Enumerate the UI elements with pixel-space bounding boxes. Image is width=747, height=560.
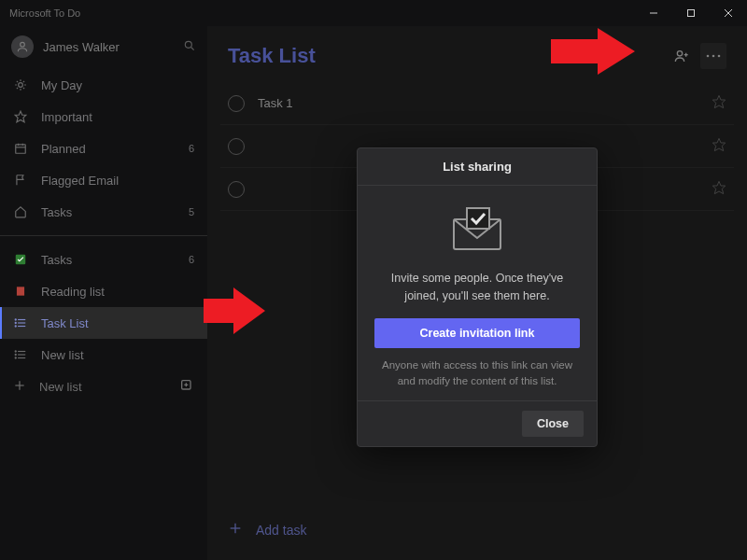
window-controls [635,0,747,26]
more-button[interactable] [700,43,726,69]
sidebar-list-label: Tasks [41,253,72,267]
svg-marker-46 [712,95,725,107]
new-list-row[interactable]: New list [0,371,207,402]
envelope-icon [448,206,506,257]
page-title: Task List [228,44,316,68]
maximize-button[interactable] [672,0,710,26]
svg-rect-22 [17,287,24,295]
minimize-button[interactable] [635,0,672,26]
close-window-button[interactable] [710,0,747,26]
plus-icon [228,521,243,539]
svg-point-26 [15,319,16,320]
plus-icon [13,379,26,395]
svg-marker-16 [15,111,26,122]
new-group-icon[interactable] [179,378,194,396]
sidebar-list-reading[interactable]: Reading list [0,275,207,307]
close-button[interactable]: Close [522,411,584,437]
svg-point-4 [21,42,25,47]
sidebar: James Walker My Day Important Planned 6 … [0,26,207,560]
sidebar-item-label: Flagged Email [41,174,119,188]
sidebar-list-label: Task List [41,316,89,330]
dialog-body-text: Invite some people. Once they've joined,… [374,270,580,305]
svg-point-28 [15,326,16,327]
profile-row[interactable]: James Walker [0,26,207,69]
book-icon [13,284,28,299]
task-row[interactable]: Task 1 [220,82,734,125]
sidebar-item-label: My Day [41,78,82,92]
share-button[interactable] [669,43,695,69]
svg-rect-17 [16,145,26,153]
sidebar-item-flagged-email[interactable]: Flagged Email [0,164,207,196]
svg-point-34 [15,357,16,358]
sidebar-list-tasks[interactable]: Tasks 6 [0,244,207,275]
sidebar-list-label: New list [41,348,84,362]
add-task-row[interactable]: Add task [207,504,747,560]
sidebar-list-newlist[interactable]: New list [0,339,207,371]
sidebar-item-count: 5 [189,206,194,217]
home-icon [13,204,28,219]
task-checkbox[interactable] [228,95,245,112]
sidebar-item-label: Important [41,110,92,124]
sidebar-item-count: 6 [189,143,194,154]
star-icon[interactable] [712,137,726,156]
list-icon [13,315,28,330]
task-checkbox[interactable] [228,181,245,198]
svg-point-32 [15,351,16,352]
dialog-note: Anyone with access to this link can view… [374,357,580,390]
main-pane: Task List Task 1 [207,26,747,560]
sidebar-list-label: Reading list [41,285,105,299]
flag-icon [13,173,28,188]
avatar [11,35,34,58]
svg-point-44 [712,55,715,58]
svg-point-27 [15,322,16,323]
sidebar-list-tasklist[interactable]: Task List [0,307,207,339]
svg-point-43 [707,55,710,58]
svg-point-5 [185,41,191,48]
sidebar-item-label: Tasks [41,205,72,219]
sun-icon [13,77,28,92]
sidebar-divider [0,235,207,236]
svg-line-12 [17,81,18,82]
add-task-label: Add task [256,523,306,538]
svg-line-6 [191,47,194,49]
list-icon [13,347,28,362]
dialog-title: List sharing [358,148,597,186]
svg-rect-1 [688,10,695,17]
star-icon[interactable] [712,180,726,199]
profile-name: James Walker [43,40,120,54]
list-header: Task List [207,26,747,78]
new-list-label: New list [39,380,82,394]
svg-point-33 [15,354,16,355]
check-icon [13,252,28,267]
sidebar-list-count: 6 [189,254,194,265]
svg-point-40 [677,51,682,56]
calendar-icon [13,141,28,156]
window-title: Microsoft To Do [9,7,80,19]
window-titlebar: Microsoft To Do [0,0,747,26]
sidebar-item-tasks[interactable]: Tasks 5 [0,196,207,228]
svg-point-45 [718,55,721,58]
sidebar-item-label: Planned [41,142,86,156]
list-sharing-dialog: List sharing Invite some people. Once th… [357,147,598,447]
create-link-button[interactable]: Create invitation link [374,318,580,348]
svg-line-15 [23,81,24,82]
svg-marker-48 [712,181,725,193]
svg-marker-47 [712,138,725,150]
star-icon[interactable] [712,94,726,113]
star-icon [13,109,28,124]
search-icon[interactable] [183,39,196,55]
svg-point-7 [19,83,23,88]
sidebar-item-planned[interactable]: Planned 6 [0,133,207,164]
task-label: Task 1 [258,96,293,110]
svg-line-13 [23,88,24,89]
sidebar-item-my-day[interactable]: My Day [0,69,207,101]
task-checkbox[interactable] [228,138,245,155]
sidebar-item-important[interactable]: Important [0,101,207,133]
svg-line-14 [17,88,18,89]
